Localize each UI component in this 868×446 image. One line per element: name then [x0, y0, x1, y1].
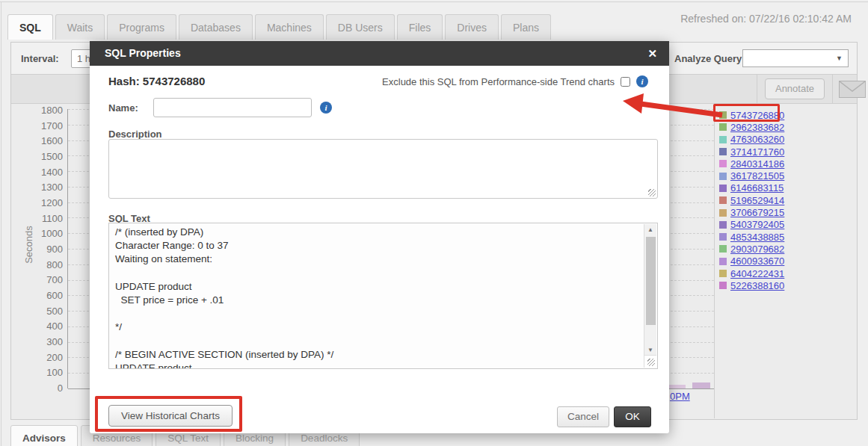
y-tick-label: 400	[30, 320, 63, 333]
scroll-down-icon[interactable]: ▼	[644, 347, 656, 353]
tab-drives[interactable]: Drives	[445, 14, 499, 40]
y-tick-label: 500	[30, 305, 63, 318]
legend-swatch-icon	[719, 111, 727, 119]
legend-hash-link[interactable]: 5226388160	[730, 280, 784, 291]
legend-hash-link[interactable]: 3706679215	[730, 207, 784, 218]
scrollbar[interactable]: ▲ ▼	[644, 224, 656, 356]
y-tick-label: 1600	[30, 134, 63, 148]
y-axis-labels: 1800170016001500140013001200110010009008…	[30, 104, 63, 395]
legend-hash-link[interactable]: 5403792405	[730, 219, 784, 230]
tab-programs[interactable]: Programs	[107, 14, 176, 40]
scrollbar-thumb[interactable]	[646, 237, 656, 325]
legend-item: 5196529414	[719, 194, 824, 206]
legend-item: 5226388160	[719, 279, 824, 291]
y-tick-label: 1200	[30, 196, 63, 210]
resize-grip-icon[interactable]	[647, 359, 655, 366]
legend-swatch-icon	[719, 221, 727, 229]
legend-item: 4853438885	[719, 231, 824, 243]
info-icon[interactable]: i	[320, 102, 332, 114]
page-left-border	[1, 1, 1, 446]
tab-databases[interactable]: Databases	[179, 14, 253, 40]
sql-properties-dialog: SQL Properties ✕ Hash: 5743726880 Exclud…	[90, 41, 669, 433]
y-tick-label: 1500	[30, 150, 63, 164]
hash-label: Hash:	[108, 75, 140, 87]
legend-swatch-icon	[719, 136, 727, 143]
chart-bar-segment	[668, 385, 686, 388]
analyze-query-select[interactable]: ▼	[742, 49, 849, 67]
exclude-checkbox[interactable]	[621, 77, 630, 87]
legend-hash-link[interactable]: 5196529414	[730, 195, 784, 206]
ok-button[interactable]: OK	[614, 406, 651, 427]
sql-text-area[interactable]: /* (inserted by DPA) Character Range: 0 …	[108, 223, 658, 369]
interval-label: Interval:	[21, 53, 59, 64]
legend-hash-link[interactable]: 6404222431	[730, 268, 784, 279]
legend-hash-link[interactable]: 4600933670	[730, 255, 784, 267]
legend-swatch-icon	[719, 196, 727, 204]
legend-hash-link[interactable]: 4763063260	[730, 134, 784, 145]
x-axis-time-link[interactable]: 0PM	[670, 391, 690, 402]
plot-right-border	[714, 104, 715, 418]
view-historical-charts-button[interactable]: View Historical Charts	[108, 405, 233, 427]
legend-hash-link[interactable]: 5743726880	[730, 110, 784, 121]
resize-grip-icon[interactable]	[648, 189, 656, 196]
legend-item: 3714171760	[719, 146, 824, 158]
tab-waits[interactable]: Waits	[55, 14, 105, 40]
annotate-button[interactable]: Annotate	[765, 78, 825, 99]
info-icon[interactable]: i	[636, 75, 648, 87]
legend-hash-link[interactable]: 3714171760	[730, 146, 784, 158]
page-top-border	[0, 1, 868, 2]
email-envelope-icon[interactable]	[839, 81, 866, 100]
cancel-button[interactable]: Cancel	[557, 406, 609, 427]
tab-advisors[interactable]: Advisors	[10, 425, 78, 446]
legend-swatch-icon	[719, 233, 727, 241]
legend-item: 6404222431	[719, 267, 824, 279]
band-divider	[757, 75, 757, 104]
tab-db-users[interactable]: DB Users	[326, 14, 395, 40]
dialog-title: SQL Properties	[90, 41, 669, 66]
tab-files[interactable]: Files	[397, 14, 443, 40]
y-tick-label: 900	[30, 243, 63, 256]
legend-item: 5743726880	[719, 109, 824, 121]
resize-corner[interactable]	[644, 355, 656, 368]
description-textarea[interactable]	[108, 139, 658, 199]
name-label: Name:	[108, 102, 138, 114]
y-tick-label: 800	[30, 258, 63, 272]
tab-plans[interactable]: Plans	[501, 14, 551, 40]
legend-item: 4600933670	[719, 255, 824, 267]
legend-swatch-icon	[719, 148, 727, 155]
tab-machines[interactable]: Machines	[255, 14, 324, 40]
legend-item: 2903079682	[719, 243, 824, 255]
analyze-query-label: Analyze Query:	[674, 53, 745, 64]
y-tick-label: 1700	[30, 120, 63, 133]
band-divider	[832, 75, 833, 104]
y-tick-label: 300	[30, 335, 63, 349]
legend-hash-link[interactable]: 2840314186	[730, 158, 784, 170]
legend-hash-link[interactable]: 2903079682	[730, 244, 784, 255]
name-input[interactable]	[153, 98, 312, 117]
scroll-up-icon[interactable]: ▲	[644, 226, 656, 233]
legend-hash-link[interactable]: 6146683115	[730, 182, 784, 193]
legend-item: 3617821505	[719, 170, 824, 182]
tab-sql[interactable]: SQL	[7, 14, 53, 40]
legend-hash-link[interactable]: 4853438885	[730, 232, 784, 243]
top-tab-bar: SQL Waits Programs Databases Machines DB…	[7, 14, 553, 40]
y-tick-label: 1000	[30, 227, 63, 241]
y-tick-label: 1100	[30, 212, 63, 226]
y-tick-label: 600	[30, 289, 63, 303]
legend-hash-link[interactable]: 2962383682	[730, 122, 784, 133]
legend-swatch-icon	[719, 258, 727, 265]
legend-item: 6146683115	[719, 182, 824, 194]
hash-value: 5743726880	[143, 75, 205, 87]
y-tick-label: 200	[30, 351, 63, 365]
exclude-label: Exclude this SQL from Performance-side T…	[382, 76, 615, 87]
y-tick-label: 1400	[30, 166, 63, 179]
legend-hash-link[interactable]: 3617821505	[730, 170, 784, 182]
close-icon[interactable]: ✕	[647, 47, 657, 61]
legend-swatch-icon	[719, 185, 727, 192]
chart-bar-segment	[692, 382, 710, 388]
legend-swatch-icon	[719, 282, 727, 289]
refreshed-timestamp: Refreshed on: 07/22/16 02:10:42 AM	[680, 13, 852, 25]
y-tick-label: 0	[30, 382, 63, 395]
hash-row: Hash: 5743726880	[108, 75, 205, 87]
legend-swatch-icon	[719, 209, 727, 217]
